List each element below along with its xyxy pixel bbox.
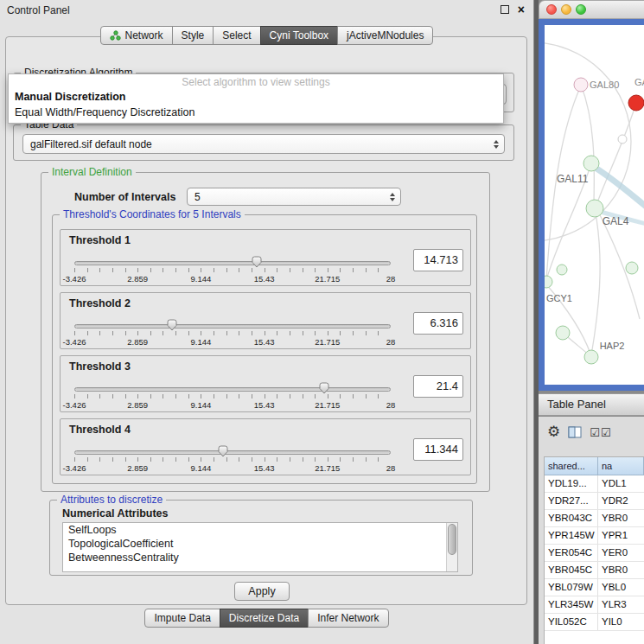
close-window-icon[interactable]: × bbox=[518, 4, 525, 15]
tab-cyni-toolbox[interactable]: Cyni Toolbox bbox=[260, 26, 338, 45]
column-header-shared-name[interactable]: shared... bbox=[545, 457, 598, 475]
table-row[interactable]: YDR27...YDR2 bbox=[545, 493, 644, 510]
gear-icon[interactable]: ⚙ bbox=[547, 424, 560, 441]
cell: YLR345W bbox=[545, 596, 598, 613]
control-panel-window: Control Panel × Network Style Select Cyn… bbox=[0, 0, 534, 644]
attributes-list: SelfLoops TopologicalCoefficient Between… bbox=[62, 522, 458, 572]
scale-label: -3.426 bbox=[63, 400, 86, 410]
slider-track[interactable] bbox=[74, 261, 391, 265]
list-scrollbar[interactable] bbox=[446, 523, 457, 571]
node-gcy1[interactable] bbox=[545, 276, 552, 288]
float-window-icon[interactable] bbox=[501, 5, 509, 14]
table-row[interactable]: YIL052CYIL0 bbox=[545, 614, 644, 631]
interval-definition-group: Interval Definition Number of Intervals … bbox=[41, 172, 490, 492]
node[interactable] bbox=[626, 262, 638, 274]
cyni-bottom-tabs: Impute Data Discretize Data Infer Networ… bbox=[0, 609, 533, 628]
list-item[interactable]: TopologicalCoefficient bbox=[63, 537, 457, 551]
threshold-1-value-field[interactable]: 14.713 bbox=[413, 249, 463, 271]
traffic-light-minimize-icon[interactable] bbox=[561, 4, 571, 15]
table-row[interactable]: YBR045CYBR0 bbox=[545, 562, 644, 579]
table-row[interactable]: YLR345WYLR3 bbox=[545, 596, 644, 614]
cell: YDL19... bbox=[545, 475, 598, 492]
traffic-light-zoom-icon[interactable] bbox=[576, 4, 586, 15]
tab-network-label: Network bbox=[125, 29, 163, 41]
cell: YBR0 bbox=[598, 510, 644, 526]
select-columns-icon[interactable]: ☑☑ bbox=[590, 426, 611, 439]
combo-stepper-icon[interactable] bbox=[390, 193, 395, 201]
cyni-toolbox-panel: Discretization Algorithm Select algorith… bbox=[5, 36, 527, 605]
tab-style-label: Style bbox=[182, 29, 205, 41]
scale-label: 21.715 bbox=[315, 337, 340, 347]
threshold-2-slider[interactable]: -3.426 2.859 9.144 15.43 21.715 28 bbox=[74, 319, 391, 348]
tab-impute-label: Impute Data bbox=[154, 612, 210, 624]
cell: YLR3 bbox=[598, 596, 644, 613]
combo-stepper-icon[interactable] bbox=[494, 140, 499, 149]
node[interactable] bbox=[557, 265, 567, 275]
list-item[interactable]: SelfLoops bbox=[63, 523, 457, 537]
tab-style[interactable]: Style bbox=[172, 26, 214, 45]
number-of-intervals-value: 5 bbox=[194, 191, 201, 203]
table-row[interactable]: YBR043CYBR0 bbox=[545, 510, 644, 527]
network-canvas[interactable]: GAL80 GA GAL11 GAL4 GCY1 HAP2 bbox=[545, 25, 644, 385]
slider-thumb[interactable] bbox=[166, 318, 178, 332]
threshold-2-value-field[interactable]: 6.316 bbox=[413, 312, 463, 335]
table-row[interactable]: YPR145WYPR1 bbox=[545, 527, 644, 545]
threshold-3-value-field[interactable]: 21.4 bbox=[413, 375, 463, 398]
traffic-light-close-icon[interactable] bbox=[546, 4, 557, 15]
tab-infer-network[interactable]: Infer Network bbox=[308, 609, 388, 628]
threshold-3-label: Threshold 3 bbox=[69, 360, 131, 373]
threshold-1-slider[interactable]: -3.426 2.859 9.144 15.43 21.715 28 bbox=[74, 256, 391, 285]
table-row[interactable]: YER054CYER0 bbox=[545, 545, 644, 562]
scale-label: 28 bbox=[386, 337, 396, 347]
node[interactable] bbox=[556, 326, 570, 340]
tab-select[interactable]: Select bbox=[213, 26, 260, 45]
node[interactable] bbox=[618, 135, 627, 143]
threshold-1-label: Threshold 1 bbox=[69, 234, 131, 246]
scale-label: 28 bbox=[386, 463, 396, 473]
slider-track[interactable] bbox=[74, 387, 391, 392]
scale-label: 28 bbox=[386, 400, 396, 410]
columns-icon[interactable] bbox=[568, 426, 582, 438]
scale-label: 28 bbox=[386, 274, 396, 284]
scale-label: 9.144 bbox=[191, 400, 212, 410]
tab-discretize-data[interactable]: Discretize Data bbox=[220, 609, 309, 628]
node-selected-red[interactable] bbox=[628, 95, 644, 111]
slider-track[interactable] bbox=[74, 324, 391, 328]
number-of-intervals-combobox[interactable]: 5 bbox=[187, 188, 401, 206]
scale-label: 15.43 bbox=[254, 274, 275, 284]
slider-track[interactable] bbox=[74, 450, 391, 455]
algorithm-option-manual[interactable]: Manual Discretization bbox=[9, 89, 503, 105]
column-header-name[interactable]: na bbox=[598, 457, 644, 475]
slider-ticks bbox=[74, 394, 391, 399]
threshold-4-label: Threshold 4 bbox=[69, 424, 131, 436]
table-row[interactable]: YDL19...YDL1 bbox=[545, 475, 644, 493]
threshold-panel-4: Threshold 4 -3.426 2.859 9.144 15.43 21.… bbox=[60, 418, 471, 475]
slider-ticks bbox=[74, 331, 391, 335]
threshold-4-slider[interactable]: -3.426 2.859 9.144 15.43 21.715 28 bbox=[74, 445, 391, 475]
table-data-combobox[interactable]: galFiltered.sif default node bbox=[22, 134, 505, 154]
tab-jactivemnodules[interactable]: jActiveMNodules bbox=[337, 26, 433, 45]
slider-thumb[interactable] bbox=[251, 255, 263, 269]
slider-thumb[interactable] bbox=[217, 444, 229, 458]
algorithm-option-equal-width[interactable]: Equal Width/Frequency Discretization bbox=[9, 105, 503, 120]
slider-thumb[interactable] bbox=[318, 381, 330, 395]
threshold-3-slider[interactable]: -3.426 2.859 9.144 15.43 21.715 28 bbox=[74, 382, 391, 411]
node-gal11[interactable] bbox=[583, 156, 599, 171]
list-item[interactable]: BetweennessCentrality bbox=[63, 551, 457, 564]
interval-definition-group-label: Interval Definition bbox=[48, 166, 136, 178]
scrollbar-thumb[interactable] bbox=[448, 524, 456, 555]
tab-impute-data[interactable]: Impute Data bbox=[144, 609, 220, 628]
apply-button[interactable]: Apply bbox=[234, 582, 290, 601]
slider-scale: -3.426 2.859 9.144 15.43 21.715 28 bbox=[74, 337, 391, 347]
cell: YPR1 bbox=[598, 527, 644, 544]
node-gal4[interactable] bbox=[586, 200, 603, 217]
tab-network[interactable]: Network bbox=[100, 26, 173, 45]
tab-discretize-label: Discretize Data bbox=[229, 612, 299, 624]
node-gal80[interactable] bbox=[574, 78, 588, 92]
node-label-gal4: GAL4 bbox=[603, 215, 629, 227]
table-data-value: galFiltered.sif default node bbox=[30, 138, 152, 150]
node-hap2[interactable] bbox=[584, 350, 598, 364]
threshold-4-value-field[interactable]: 11.344 bbox=[413, 438, 463, 461]
attributes-group: Attributes to discretize Numerical Attri… bbox=[49, 500, 473, 576]
table-row[interactable]: YBL079WYBL0 bbox=[545, 579, 644, 596]
